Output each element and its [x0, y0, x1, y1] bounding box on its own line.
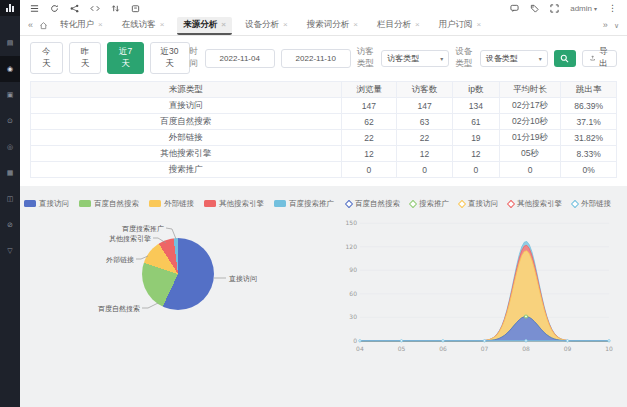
legend-item[interactable]: 百度自然搜索 — [79, 199, 139, 209]
table-cell: 12 — [341, 146, 397, 162]
history-icon[interactable]: ⊘ — [0, 212, 20, 238]
table-cell: 8.33% — [561, 146, 617, 162]
home-tab-icon[interactable] — [39, 21, 48, 30]
tab-close-icon[interactable]: × — [353, 20, 358, 29]
more-options-icon[interactable]: ⋮ — [608, 3, 617, 13]
pie-label-baidu-organic: 百度自然搜索 — [92, 304, 140, 314]
message-icon[interactable] — [510, 4, 519, 13]
share-icon[interactable] — [70, 4, 79, 13]
tab-actions-dropdown-icon[interactable]: ∨ — [614, 22, 619, 29]
legend-item[interactable]: 百度搜索推广 — [274, 199, 334, 209]
table-cell: 0 — [341, 162, 397, 178]
filter-bar: 今天昨天近7天近30天 时间 访客类型 访客类型 ▾ 设备类型 设备类型 ▾ — [20, 36, 627, 79]
column-header: 来源类型 — [31, 82, 342, 98]
pie-chart[interactable] — [142, 238, 214, 310]
source-table: 来源类型浏览量访客数ip数平均时长跳出率 直接访问14714713402分17秒… — [30, 81, 617, 178]
table-cell: 61 — [452, 114, 499, 130]
settings-icon[interactable]: ⊙ — [0, 108, 20, 134]
tab-item[interactable]: 用户订阅× — [433, 17, 488, 35]
scroll-tabs-right-icon[interactable]: » — [603, 21, 608, 30]
legend-marker-icon — [571, 199, 579, 207]
svg-text:04: 04 — [356, 345, 364, 352]
tab-close-icon[interactable]: × — [477, 20, 482, 29]
table-cell: 37.1% — [561, 114, 617, 130]
tab-close-icon[interactable]: × — [415, 20, 420, 29]
tab-close-icon[interactable]: × — [283, 20, 288, 29]
tab-item[interactable]: 在线访客× — [116, 17, 171, 35]
messages-icon[interactable]: ▽ — [0, 238, 20, 264]
svg-text:08: 08 — [522, 345, 530, 352]
search-button[interactable] — [554, 50, 576, 67]
tag-icon[interactable] — [530, 4, 539, 13]
search-icon — [560, 54, 569, 63]
table-cell: 19 — [452, 130, 499, 146]
svg-text:90: 90 — [349, 266, 357, 273]
svg-text:05: 05 — [398, 345, 406, 352]
legend-label: 直接访问 — [468, 199, 498, 209]
column-header: ip数 — [452, 82, 499, 98]
table-cell: 05秒 — [499, 146, 561, 162]
swap-icon[interactable] — [111, 4, 120, 13]
quick-range-button[interactable]: 昨天 — [69, 42, 102, 74]
tab-close-icon[interactable]: × — [98, 20, 103, 29]
table-cell: 搜索推广 — [31, 162, 342, 178]
legend-label: 外部链接 — [164, 199, 194, 209]
tab-item[interactable]: 搜索词分析× — [301, 17, 364, 35]
fullscreen-icon[interactable] — [550, 4, 559, 13]
toolbar-right: admin ▾ ⋮ — [510, 3, 617, 13]
legend-label: 百度自然搜索 — [94, 199, 139, 209]
legend-item[interactable]: 外部链接 — [572, 199, 611, 209]
monitor-icon[interactable]: ◎ — [0, 134, 20, 160]
table-row: 其他搜索引擎12121205秒8.33% — [31, 146, 617, 162]
legend-item[interactable]: 百度自然搜索 — [346, 199, 400, 209]
legend-item[interactable]: 直接访问 — [459, 199, 498, 209]
quick-range-button[interactable]: 近7天 — [107, 42, 143, 74]
tab-close-icon[interactable]: × — [160, 20, 165, 29]
users-icon[interactable]: ◫ — [0, 186, 20, 212]
legend-marker-icon — [79, 200, 91, 207]
quick-range-button[interactable]: 近30天 — [150, 42, 190, 74]
tab-item[interactable]: 来源分析× — [177, 17, 232, 35]
dashboard-icon[interactable]: ▤ — [0, 30, 20, 56]
user-dropdown[interactable]: admin ▾ — [570, 4, 597, 13]
tab-item[interactable]: 转化用户× — [54, 17, 109, 35]
area-chart-svg[interactable]: 030609012015004050607080910 — [340, 212, 617, 362]
svg-text:07: 07 — [481, 345, 489, 352]
table-cell: 12 — [452, 146, 499, 162]
quick-range-button[interactable]: 今天 — [30, 42, 63, 74]
legend-item[interactable]: 直接访问 — [24, 199, 69, 209]
analytics-icon[interactable]: ◉ — [0, 56, 20, 82]
refresh-icon[interactable] — [50, 4, 59, 13]
pie-chart-area: 直接访问 百度自然搜索 外部链接 其他搜索引擎 百度搜索推广 — [30, 218, 328, 350]
table-cell: 01分19秒 — [499, 130, 561, 146]
legend-label: 其他搜索引擎 — [219, 199, 264, 209]
date-to-input[interactable] — [281, 49, 351, 68]
column-header: 跳出率 — [561, 82, 617, 98]
menu-toggle-icon[interactable] — [30, 4, 39, 13]
legend-item[interactable]: 其他搜索引擎 — [204, 199, 264, 209]
visitor-type-select[interactable]: 访客类型 ▾ — [381, 50, 449, 67]
column-header: 浏览量 — [341, 82, 397, 98]
legend-item[interactable]: 外部链接 — [149, 199, 194, 209]
pie-label-external: 外部链接 — [102, 255, 134, 265]
legend-item[interactable]: 搜索推广 — [410, 199, 449, 209]
content-icon[interactable]: ▦ — [0, 160, 20, 186]
scroll-tabs-left-icon[interactable]: « — [28, 21, 33, 30]
date-from-input[interactable] — [205, 49, 275, 68]
tab-label: 用户订阅 — [439, 19, 473, 31]
legend-item[interactable]: 其他搜索引擎 — [508, 199, 562, 209]
tab-label: 在线访客 — [122, 19, 156, 31]
code-icon[interactable] — [90, 4, 100, 13]
svg-text:06: 06 — [439, 345, 447, 352]
reports-icon[interactable]: ▣ — [0, 82, 20, 108]
tab-close-icon[interactable]: × — [221, 20, 226, 29]
archive-box-icon[interactable] — [131, 4, 140, 13]
device-type-select[interactable]: 设备类型 ▾ — [480, 50, 548, 67]
table-cell: 其他搜索引擎 — [31, 146, 342, 162]
tab-item[interactable]: 设备分析× — [239, 17, 294, 35]
legend-label: 百度自然搜索 — [355, 199, 400, 209]
tab-label: 转化用户 — [60, 19, 94, 31]
tab-item[interactable]: 栏目分析× — [371, 17, 426, 35]
export-button[interactable]: 导出 — [582, 50, 618, 67]
app-logo[interactable] — [0, 0, 20, 16]
